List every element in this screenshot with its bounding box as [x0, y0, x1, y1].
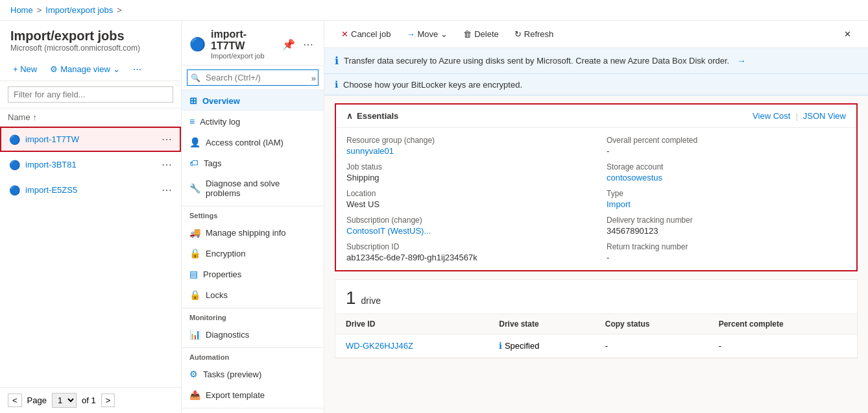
nav-search-input[interactable] [187, 69, 319, 86]
settings-section-header: Settings [182, 206, 324, 222]
warning-icon: ℹ [335, 79, 338, 90]
item-name: import-3BT81 [25, 160, 156, 169]
left-panel-subtitle: Microsoft (microsoft.onmicrosoft.com) [10, 44, 171, 53]
detail-body: ∧ Essentials View Cost | JSON View [324, 95, 868, 413]
item-menu-icon[interactable]: ⋯ [162, 184, 172, 196]
json-view-link[interactable]: JSON View [803, 111, 846, 121]
type-value: Import [607, 199, 846, 209]
resource-group-item: Resource group (change) sunnyvale01 [346, 136, 586, 156]
nav-item-export-template[interactable]: 📤 Export template [182, 384, 324, 405]
item-menu-icon[interactable]: ⋯ [162, 158, 172, 171]
nav-item-tags[interactable]: 🏷 Tags [182, 153, 324, 173]
truck-icon: 🚚 [189, 227, 200, 238]
nav-item-label: Diagnose and solve problems [206, 179, 316, 198]
drive-label: drive [361, 295, 381, 306]
pin-icon[interactable]: 📌 [280, 36, 298, 53]
nav-item-properties[interactable]: ▤ Properties [182, 264, 324, 284]
resource-group-value: sunnyvale01 [346, 146, 586, 156]
type-item: Type Import [607, 189, 846, 209]
nav-item-tasks[interactable]: ⚙ Tasks (preview) [182, 364, 324, 384]
overall-percent-value: - [607, 146, 846, 156]
drive-count: 1 [346, 288, 356, 308]
nav-item-locks[interactable]: 🔒 Locks [182, 284, 324, 305]
prev-page-button[interactable]: < [8, 394, 22, 407]
drive-table: Drive ID Drive state Copy status Percent… [335, 314, 857, 358]
monitoring-section-header: Monitoring [182, 308, 324, 324]
list-item[interactable]: 🔵 import-3BT81 ⋯ [0, 152, 181, 177]
delete-button[interactable]: 🗑 Delete [457, 26, 505, 42]
left-toolbar: + New ⚙ Manage view ⌄ ⋯ [0, 58, 181, 81]
nav-item-encryption[interactable]: 🔒 Encryption [182, 243, 324, 264]
trash-icon: 🗑 [463, 29, 472, 39]
resource-group-link[interactable]: sunnyvale01 [346, 146, 394, 156]
chevron-up-icon: ∧ [346, 111, 353, 121]
support-section-header: Support + troubleshooting [182, 408, 324, 413]
breadcrumb-sep2: > [117, 5, 122, 15]
nav-item-diagnostics[interactable]: 📊 Diagnostics [182, 324, 324, 345]
nav-panel: 🔵 import-1T7TW Import/export job 📌 ⋯ 🔍 »… [182, 21, 324, 413]
nav-item-label: Export template [206, 390, 265, 400]
col-copy-status: Copy status [595, 314, 708, 334]
next-page-button[interactable]: > [101, 394, 115, 407]
filter-input[interactable] [8, 86, 173, 103]
job-status-label: Job status [346, 162, 586, 171]
tasks-icon: ⚙ [189, 369, 198, 379]
gear-icon: ⚙ [50, 64, 58, 74]
return-tracking-item: Return tracking number - [607, 242, 846, 262]
list-item[interactable]: 🔵 import-E5ZS5 ⋯ [0, 177, 181, 203]
more-options-button[interactable]: ⋯ [128, 62, 147, 77]
detail-toolbar: ✕ Cancel job → Move ⌄ 🗑 Delete ↻ Refresh… [324, 21, 868, 48]
nav-item-activity-log[interactable]: ≡ Activity log [182, 111, 324, 132]
subscription-id-value: ab12345c-6de7-89f0-gh1ij234567k [346, 253, 586, 262]
move-button[interactable]: → Move ⌄ [400, 26, 454, 42]
breadcrumb-home[interactable]: Home [10, 5, 33, 15]
nav-header: 🔵 import-1T7TW Import/export job 📌 ⋯ [182, 21, 324, 66]
info-icon: ℹ [335, 55, 339, 67]
person-icon: 👤 [189, 137, 200, 147]
more-nav-icon[interactable]: ⋯ [300, 36, 316, 53]
subscription-id-item: Subscription ID ab12345c-6de7-89f0-gh1ij… [346, 242, 586, 262]
refresh-button[interactable]: ↻ Refresh [508, 26, 561, 42]
info-text: Transfer data securely to Azure using di… [344, 56, 729, 66]
close-button[interactable]: ✕ [838, 26, 858, 42]
copy-status-cell: - [595, 334, 708, 358]
nav-item-shipping[interactable]: 🚚 Manage shipping info [182, 222, 324, 243]
list-item[interactable]: 🔵 import-1T7TW ⋯ [0, 127, 181, 152]
cancel-job-button[interactable]: ✕ Cancel job [335, 26, 397, 42]
breadcrumb-parent[interactable]: Import/export jobs [45, 5, 113, 15]
storage-account-link[interactable]: contosowestus [607, 173, 662, 182]
view-cost-link[interactable]: View Cost [753, 111, 790, 121]
overall-percent-item: Overall percent completed - [607, 136, 846, 156]
grid-icon: ⊞ [189, 95, 197, 106]
location-value: West US [346, 199, 586, 209]
nav-item-access-control[interactable]: 👤 Access control (IAM) [182, 132, 324, 153]
import-icon: 🔵 [9, 185, 20, 195]
drive-state-cell: ℹ Specified [488, 334, 594, 358]
subscription-value: ContosoIT (WestUS)... [346, 226, 586, 236]
nav-item-label: Manage shipping info [206, 228, 286, 238]
essentials-container: ∧ Essentials View Cost | JSON View [335, 103, 858, 271]
drive-id-link[interactable]: WD-GK26HJJ46Z [346, 341, 413, 351]
new-button[interactable]: + New [8, 62, 42, 77]
breadcrumb-sep1: > [37, 5, 42, 15]
info-banner: ℹ Transfer data securely to Azure using … [324, 48, 868, 74]
location-item: Location West US [346, 189, 586, 209]
type-link[interactable]: Import [607, 199, 631, 209]
drive-id-cell: WD-GK26HJJ46Z [335, 334, 488, 358]
item-menu-icon[interactable]: ⋯ [162, 133, 172, 145]
pagination: < Page 1 of 1 > [0, 387, 181, 413]
overall-percent-label: Overall percent completed [607, 136, 846, 145]
item-name: import-E5ZS5 [25, 185, 156, 195]
subscription-id-label: Subscription ID [346, 242, 586, 251]
left-panel-title: Import/export jobs [10, 29, 171, 44]
search-icon: 🔍 [191, 73, 200, 82]
nav-item-label: Overview [202, 96, 240, 106]
nav-item-overview[interactable]: ⊞ Overview [182, 90, 324, 111]
info-link[interactable]: → [737, 56, 745, 66]
drive-section: 1 drive Drive ID Drive state Copy status… [335, 279, 858, 358]
nav-item-diagnose[interactable]: 🔧 Diagnose and solve problems [182, 173, 324, 203]
page-select[interactable]: 1 [52, 393, 77, 408]
collapse-icon[interactable]: » [311, 73, 316, 82]
subscription-link[interactable]: ContosoIT (WestUS)... [346, 226, 431, 236]
manage-view-button[interactable]: ⚙ Manage view ⌄ [45, 62, 125, 77]
